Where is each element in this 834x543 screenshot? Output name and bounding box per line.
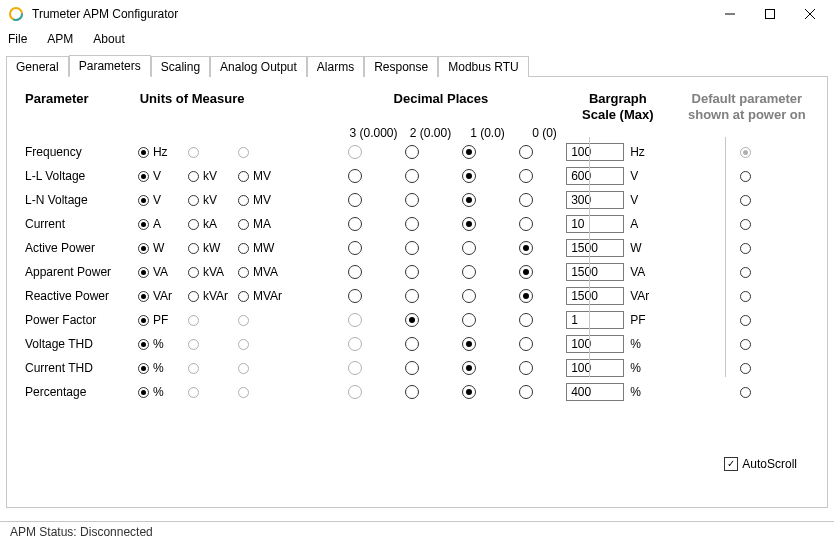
tab-parameters[interactable]: Parameters	[69, 55, 151, 77]
dp-radio[interactable]	[519, 313, 533, 327]
unit-radio[interactable]	[138, 363, 149, 374]
bargraph-scale-input[interactable]	[566, 191, 624, 209]
dp-radio[interactable]	[405, 385, 419, 399]
unit-radio[interactable]	[138, 195, 149, 206]
dp-radio[interactable]	[405, 337, 419, 351]
unit-radio[interactable]	[138, 267, 149, 278]
unit-radio[interactable]	[188, 171, 199, 182]
menu-apm[interactable]: APM	[47, 32, 73, 46]
dp-radio[interactable]	[462, 289, 476, 303]
tab-modbus-rtu[interactable]: Modbus RTU	[438, 56, 528, 77]
tab-scaling[interactable]: Scaling	[151, 56, 210, 77]
unit-radio[interactable]	[238, 243, 249, 254]
dp-radio[interactable]	[462, 385, 476, 399]
default-radio[interactable]	[740, 243, 751, 254]
default-radio[interactable]	[740, 291, 751, 302]
default-radio[interactable]	[740, 363, 751, 374]
unit-radio[interactable]	[188, 291, 199, 302]
dp-radio[interactable]	[519, 265, 533, 279]
dp-radio[interactable]	[405, 241, 419, 255]
dp-radio[interactable]	[519, 169, 533, 183]
unit-option: kV	[188, 193, 238, 207]
unit-radio[interactable]	[138, 339, 149, 350]
dp-radio[interactable]	[462, 361, 476, 375]
dp-radio[interactable]	[348, 265, 362, 279]
bargraph-scale-input[interactable]	[566, 167, 624, 185]
unit-radio[interactable]	[138, 219, 149, 230]
dp-radio[interactable]	[405, 169, 419, 183]
bargraph-scale-input[interactable]	[566, 359, 624, 377]
default-radio[interactable]	[740, 267, 751, 278]
unit-radio[interactable]	[138, 171, 149, 182]
dp-radio[interactable]	[462, 169, 476, 183]
default-radio[interactable]	[740, 219, 751, 230]
minimize-button[interactable]	[710, 0, 750, 28]
menu-file[interactable]: File	[8, 32, 27, 46]
autoscroll-checkbox[interactable]: ✓ AutoScroll	[724, 457, 797, 471]
maximize-button[interactable]	[750, 0, 790, 28]
bargraph-scale-input[interactable]	[566, 335, 624, 353]
dp-radio[interactable]	[519, 337, 533, 351]
bargraph-scale-input[interactable]	[566, 263, 624, 281]
unit-radio[interactable]	[188, 219, 199, 230]
dp-radio[interactable]	[348, 193, 362, 207]
dp-radio[interactable]	[405, 289, 419, 303]
tab-analog-output[interactable]: Analog Output	[210, 56, 307, 77]
dp-radio[interactable]	[348, 241, 362, 255]
menu-about[interactable]: About	[93, 32, 124, 46]
close-button[interactable]	[790, 0, 830, 28]
unit-radio[interactable]	[138, 291, 149, 302]
dp-radio[interactable]	[519, 241, 533, 255]
bargraph-scale-input[interactable]	[566, 143, 624, 161]
dp-radio[interactable]	[519, 385, 533, 399]
default-radio[interactable]	[740, 171, 751, 182]
dp-radio[interactable]	[462, 193, 476, 207]
dp-radio[interactable]	[462, 217, 476, 231]
default-radio[interactable]	[740, 387, 751, 398]
unit-radio[interactable]	[238, 195, 249, 206]
tab-alarms[interactable]: Alarms	[307, 56, 364, 77]
dp-radio[interactable]	[519, 289, 533, 303]
dp-radio[interactable]	[462, 313, 476, 327]
unit-radio[interactable]	[188, 267, 199, 278]
bargraph-scale-input[interactable]	[566, 215, 624, 233]
dp-radio[interactable]	[348, 289, 362, 303]
default-radio[interactable]	[740, 339, 751, 350]
dp-radio[interactable]	[519, 361, 533, 375]
unit-radio[interactable]	[238, 171, 249, 182]
unit-radio[interactable]	[188, 243, 199, 254]
dp-radio[interactable]	[405, 193, 419, 207]
bargraph-scale-input[interactable]	[566, 311, 624, 329]
unit-option: kW	[188, 241, 238, 255]
dp-radio[interactable]	[519, 217, 533, 231]
unit-radio[interactable]	[188, 195, 199, 206]
bargraph-scale-input[interactable]	[566, 287, 624, 305]
dp-radio[interactable]	[405, 217, 419, 231]
unit-radio[interactable]	[138, 243, 149, 254]
dp-radio[interactable]	[348, 217, 362, 231]
dp-radio[interactable]	[405, 313, 419, 327]
bargraph-unit: VAr	[630, 289, 649, 303]
unit-radio[interactable]	[238, 219, 249, 230]
dp-radio[interactable]	[462, 265, 476, 279]
unit-radio[interactable]	[138, 315, 149, 326]
default-radio[interactable]	[740, 315, 751, 326]
dp-radio[interactable]	[519, 145, 533, 159]
dp-radio[interactable]	[462, 145, 476, 159]
tab-response[interactable]: Response	[364, 56, 438, 77]
unit-radio[interactable]	[138, 147, 149, 158]
dp-radio[interactable]	[348, 169, 362, 183]
dp-radio[interactable]	[405, 361, 419, 375]
unit-radio[interactable]	[238, 291, 249, 302]
dp-radio[interactable]	[405, 145, 419, 159]
unit-radio[interactable]	[238, 267, 249, 278]
tab-general[interactable]: General	[6, 56, 69, 77]
dp-radio[interactable]	[405, 265, 419, 279]
default-radio[interactable]	[740, 195, 751, 206]
dp-radio[interactable]	[519, 193, 533, 207]
dp-radio[interactable]	[462, 337, 476, 351]
bargraph-scale-input[interactable]	[566, 383, 624, 401]
unit-radio[interactable]	[138, 387, 149, 398]
dp-radio[interactable]	[462, 241, 476, 255]
bargraph-scale-input[interactable]	[566, 239, 624, 257]
